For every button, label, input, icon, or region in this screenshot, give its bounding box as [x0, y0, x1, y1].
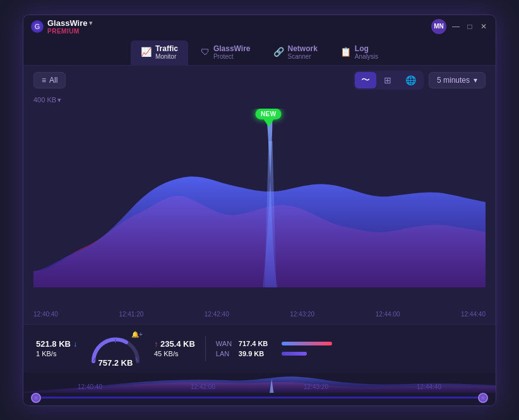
- stats-bar: 521.8 KB ↓ 1 KB/s: [23, 324, 496, 373]
- down-rate-value: 1 KB/s: [36, 350, 56, 357]
- lan-bar: [282, 352, 307, 356]
- nav-scanner-sub: Scanner: [288, 53, 318, 60]
- app-logo: G: [31, 20, 44, 33]
- maximize-button[interactable]: □: [465, 22, 474, 31]
- time-selector[interactable]: 5 minutes ▾: [429, 72, 486, 88]
- app-title: GlassWire: [47, 18, 87, 28]
- download-rate: 1 KB/s: [36, 350, 77, 357]
- title-group: GlassWire ▾ PREMIUM: [47, 18, 93, 35]
- down-value: 521.8 KB: [36, 339, 71, 349]
- view-switcher: 〜 ⊞ 🌐: [354, 71, 424, 90]
- title-left: G GlassWire ▾ PREMIUM: [31, 18, 93, 35]
- timestamp-3: 12:43:20: [290, 311, 314, 318]
- view-split-button[interactable]: ⊞: [378, 72, 398, 88]
- wan-bar: [282, 342, 332, 345]
- filter-label: All: [49, 76, 57, 85]
- marker-pin: [263, 119, 273, 127]
- nav-traffic-main: Traffic: [155, 44, 178, 53]
- main-window: G GlassWire ▾ PREMIUM MN — □ ✕ 📈 Traffic…: [23, 15, 496, 406]
- timestamp-1: 12:41:20: [119, 311, 143, 318]
- up-rate-value: 45 KB/s: [154, 350, 179, 357]
- upload-rate: 45 KB/s: [154, 350, 195, 357]
- slider-handle-right[interactable]: [478, 393, 488, 403]
- wan-row: WAN 717.4 KB: [216, 340, 332, 347]
- avatar-button[interactable]: MN: [431, 19, 446, 34]
- timestamp-5: 12:44:40: [461, 311, 486, 318]
- mini-ts-3: 12:44:40: [417, 383, 441, 390]
- nav-item-traffic[interactable]: 📈 Traffic Monitor: [131, 40, 188, 65]
- new-event-marker[interactable]: NEW: [256, 109, 282, 127]
- upload-stats: ↑ 235.4 KB 45 KB/s: [154, 339, 195, 357]
- time-value: 5 minutes: [437, 76, 470, 85]
- minimap: 12:40:40 12:42:00 12:43:20 12:44:40: [23, 373, 496, 405]
- navbar: 📈 Traffic Monitor 🛡 GlassWire Protect 🔗 …: [23, 38, 496, 66]
- down-arrow-icon: ↓: [73, 340, 77, 349]
- content-area: ≡ All 〜 ⊞ 🌐 5 minutes ▾ 400 KB ▾: [23, 66, 496, 405]
- mini-ts-1: 12:42:00: [191, 383, 215, 390]
- timestamp-0: 12:40:40: [33, 311, 58, 318]
- nav-traffic-sub: Monitor: [155, 53, 178, 60]
- bell-icon[interactable]: 🔔+: [131, 331, 143, 338]
- nav-log-main: Log: [355, 44, 378, 53]
- nav-item-scanner[interactable]: 🔗 Network Scanner: [263, 40, 328, 65]
- lan-label: LAN: [216, 350, 234, 357]
- traffic-chart-svg: [33, 109, 486, 287]
- minimap-slider: [23, 393, 496, 403]
- filter-button[interactable]: ≡ All: [33, 72, 66, 88]
- chart-timestamps: 12:40:40 12:41:20 12:42:40 12:43:20 12:4…: [33, 309, 486, 319]
- view-chart-button[interactable]: 〜: [355, 72, 376, 88]
- up-value: 235.4 KB: [160, 339, 195, 349]
- view-globe-button[interactable]: 🌐: [399, 72, 422, 88]
- nav-item-log[interactable]: 📋 Log Analysis: [330, 40, 388, 65]
- premium-badge: PREMIUM: [47, 28, 93, 35]
- up-arrow-icon: ↑: [154, 340, 158, 349]
- slider-track[interactable]: [41, 397, 478, 399]
- nav-item-protect[interactable]: 🛡 GlassWire Protect: [191, 40, 261, 65]
- wan-lan-stats: WAN 717.4 KB LAN 39.9 KB: [216, 340, 332, 357]
- filter-icon: ≡: [42, 76, 46, 85]
- mini-ts-0: 12:40:40: [78, 383, 102, 390]
- combined-traffic: 757.2 KB: [98, 358, 133, 368]
- y-axis-label: 400 KB ▾: [33, 96, 61, 104]
- download-stats: 521.8 KB ↓ 1 KB/s: [36, 339, 77, 357]
- gauge: 🔔+ 757.2 KB: [87, 330, 144, 368]
- nav-log-sub: Analysis: [355, 53, 378, 60]
- chart-canvas: NEW: [33, 109, 486, 319]
- new-badge: NEW: [256, 109, 282, 119]
- stat-divider: [205, 336, 206, 361]
- wan-label: WAN: [216, 340, 234, 347]
- nav-protect-sub: Protect: [213, 53, 251, 60]
- wan-value: 717.4 KB: [239, 340, 277, 347]
- window-controls: MN — □ ✕: [431, 19, 488, 34]
- minimap-timestamps: 12:40:40 12:42:00 12:43:20 12:44:40: [23, 382, 496, 392]
- time-chevron: ▾: [474, 76, 477, 85]
- mini-ts-2: 12:43:20: [304, 383, 328, 390]
- nav-scanner-main: Network: [288, 44, 318, 53]
- timestamp-4: 12:44:00: [376, 311, 400, 318]
- lan-row: LAN 39.9 KB: [216, 350, 332, 357]
- nav-protect-main: GlassWire: [213, 44, 251, 53]
- chart-area: 400 KB ▾ NEW: [33, 95, 486, 324]
- scanner-icon: 🔗: [273, 47, 284, 57]
- slider-handle-left[interactable]: [31, 393, 41, 403]
- titlebar: G GlassWire ▾ PREMIUM MN — □ ✕: [23, 15, 496, 38]
- lan-value: 39.9 KB: [239, 350, 277, 357]
- traffic-icon: 📈: [141, 47, 152, 57]
- toolbar: ≡ All 〜 ⊞ 🌐 5 minutes ▾: [23, 66, 496, 95]
- protect-icon: 🛡: [201, 47, 210, 57]
- timestamp-2: 12:42:40: [205, 311, 229, 318]
- minimize-button[interactable]: —: [451, 22, 460, 31]
- close-button[interactable]: ✕: [479, 22, 488, 31]
- upload-total: ↑ 235.4 KB: [154, 339, 195, 349]
- title-chevron[interactable]: ▾: [89, 19, 93, 27]
- log-icon: 📋: [340, 47, 351, 57]
- download-total: 521.8 KB ↓: [36, 339, 77, 349]
